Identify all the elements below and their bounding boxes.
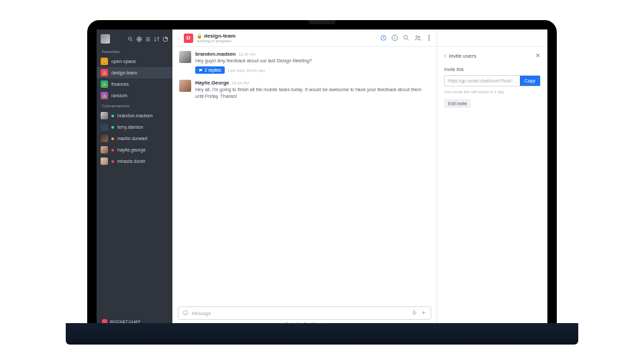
svg-point-10 — [428, 40, 429, 40]
globe-icon[interactable] — [136, 36, 142, 42]
channel-finances[interactable]: 🔒 finances — [97, 78, 172, 90]
back-icon[interactable]: ‹ — [444, 52, 446, 59]
dm-martin-dorwart[interactable]: martin.dorwart — [97, 133, 172, 144]
avatar — [101, 112, 108, 119]
channel-design-team[interactable]: 🔒 design-team — [97, 67, 172, 78]
dm-name: terry.stanton — [117, 125, 143, 129]
svg-point-8 — [428, 36, 429, 36]
kebab-icon[interactable] — [425, 34, 433, 42]
replies-button[interactable]: 2 replies — [195, 66, 225, 74]
svg-point-9 — [428, 38, 429, 38]
dm-name: haylie.george — [117, 147, 146, 152]
members-icon[interactable] — [413, 34, 421, 42]
conversations-section-label: Conversations — [97, 101, 172, 110]
message-text: Hey guys! Any feedback about our last De… — [195, 58, 430, 64]
message-composer[interactable]: Message — [178, 306, 431, 320]
lock-icon: 🔒 — [102, 59, 107, 64]
channel-header: ☆ D 🔒 design-team working in progress — [172, 29, 437, 47]
lock-icon: 🔒 — [197, 34, 203, 39]
channel-open-space[interactable]: 🔒 open-space — [97, 56, 172, 67]
avatar — [101, 158, 108, 165]
status-dot — [111, 126, 114, 129]
invite-link-field: https://go.rocket.chat/room?host=… Copy — [444, 75, 541, 86]
sort-icon[interactable] — [154, 36, 160, 42]
dm-name: brandon.madsen — [117, 113, 153, 118]
favorites-section-label: Favorites — [97, 47, 172, 56]
message-author[interactable]: Haylie.George — [195, 80, 229, 86]
channel-badge: D — [184, 34, 193, 43]
replies-meta: Last reply 30min ago — [228, 68, 266, 72]
channel-random[interactable]: 🔒 random — [97, 90, 172, 101]
svg-point-7 — [418, 36, 419, 38]
status-dot — [111, 149, 114, 152]
channel-name: finances — [111, 82, 129, 86]
svg-point-5 — [403, 36, 407, 40]
main-area: ☆ D 🔒 design-team working in progress — [172, 29, 437, 328]
channel-name: random — [111, 93, 127, 98]
svg-point-11 — [183, 310, 188, 315]
copy-button[interactable]: Copy — [520, 76, 540, 86]
search-icon[interactable] — [127, 36, 133, 42]
status-dot — [111, 160, 114, 163]
message-text: Hey all, I'm going to finish all the mob… — [195, 86, 430, 99]
close-icon[interactable]: ✕ — [535, 52, 541, 59]
edit-invite-button[interactable]: Edit invite — [444, 99, 471, 108]
dm-brandon-madsen[interactable]: brandon.madsen — [97, 110, 172, 121]
dm-miracle-donin[interactable]: miracle.donin — [97, 156, 172, 167]
lock-icon: 🔒 — [102, 82, 107, 86]
dm-name: martin.dorwart — [117, 136, 148, 141]
status-dot — [111, 115, 114, 117]
mic-icon[interactable] — [411, 310, 417, 316]
channel-name: open-space — [111, 59, 136, 64]
plus-icon[interactable] — [421, 310, 427, 316]
star-icon[interactable]: ☆ — [176, 36, 180, 41]
sidebar: Favorites 🔒 open-space 🔒 design-team 🔒 f… — [97, 29, 172, 328]
search-icon[interactable] — [402, 34, 410, 42]
status-dot — [111, 137, 114, 140]
message-time: 03:34 PM — [231, 81, 249, 85]
sidebar-header — [97, 29, 172, 47]
avatar — [101, 123, 108, 131]
avatar — [101, 146, 108, 154]
display-icon[interactable] — [145, 36, 151, 42]
message-list: brandon.madsen 12:34 AM Hey guys! Any fe… — [172, 47, 437, 302]
invite-link-label: Invite link — [444, 67, 541, 72]
contextual-panel: ‹ Invite users ✕ Invite link https://go.… — [437, 29, 547, 328]
avatar — [101, 135, 108, 142]
svg-point-6 — [415, 36, 417, 38]
panel-title: Invite users — [449, 53, 533, 59]
channel-topic: working in progress — [197, 39, 235, 43]
lock-icon: 🔒 — [102, 70, 107, 75]
dm-terry-stanton[interactable]: terry.stanton — [97, 121, 172, 133]
dm-haylie-george[interactable]: haylie.george — [97, 144, 172, 156]
composer-placeholder: Message — [192, 311, 408, 316]
workspace-avatar[interactable] — [101, 34, 110, 44]
svg-rect-12 — [413, 310, 415, 313]
invite-hint: Your invite link will expire in 1 day. — [444, 90, 541, 94]
svg-point-0 — [129, 37, 132, 40]
channel-name: design-team — [111, 70, 138, 75]
message-time: 12:34 AM — [238, 52, 255, 56]
replies-count: 2 replies — [205, 68, 221, 72]
channel-title: design-team — [204, 33, 235, 39]
dm-name: miracle.donin — [117, 159, 146, 164]
info-icon[interactable] — [390, 34, 398, 42]
message: brandon.madsen 12:34 AM Hey guys! Any fe… — [179, 51, 430, 74]
app-window: Favorites 🔒 open-space 🔒 design-team 🔒 f… — [97, 29, 547, 328]
thread-icon[interactable] — [379, 34, 387, 42]
avatar[interactable] — [179, 80, 191, 92]
create-icon[interactable] — [162, 36, 168, 42]
message-author[interactable]: brandon.madsen — [195, 51, 235, 57]
lock-icon: 🔒 — [102, 93, 107, 98]
emoji-icon[interactable] — [182, 310, 189, 316]
avatar[interactable] — [179, 51, 191, 63]
invite-link-value[interactable]: https://go.rocket.chat/room?host=… — [445, 76, 520, 86]
message: Haylie.George 03:34 PM Hey all, I'm goin… — [179, 80, 430, 99]
